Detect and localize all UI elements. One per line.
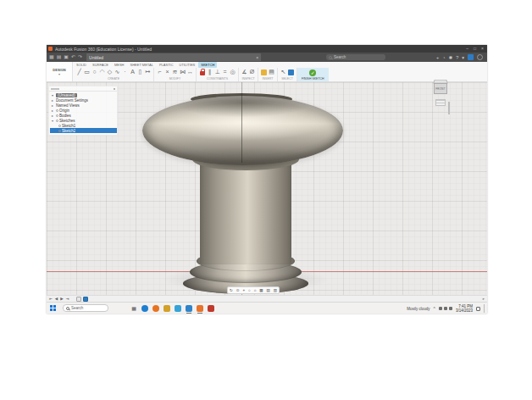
ribbon-tab-utilities[interactable]: UTILITIES [177, 62, 198, 68]
help-icon[interactable]: ? [456, 55, 458, 60]
project-tool-icon[interactable]: ↦ [145, 68, 151, 76]
network-tray-icon[interactable] [444, 307, 447, 310]
close-button[interactable]: × [481, 45, 484, 53]
notification-center-icon[interactable] [476, 307, 480, 311]
acrobat-icon[interactable] [208, 305, 214, 312]
data-panel-icon[interactable]: ▦ [49, 53, 54, 62]
fit-icon[interactable]: ⌂ [254, 287, 257, 293]
firefox-icon[interactable] [152, 305, 159, 312]
view-cube-front-face[interactable]: FRONT [434, 83, 447, 94]
line-tool-icon[interactable]: ╱ [76, 68, 82, 76]
visibility-eye-icon[interactable] [56, 119, 58, 122]
concentric-constraint-icon[interactable]: ◎ [230, 68, 236, 76]
play-icon[interactable]: ▶ [60, 296, 63, 302]
profile-avatar[interactable] [468, 54, 474, 60]
workspace-selector[interactable]: DESIGN ▾ [47, 62, 73, 81]
tree-arrow-icon[interactable]: ▸ [52, 98, 55, 103]
orbit-icon[interactable]: ↻ [230, 287, 233, 293]
spline-tool-icon[interactable]: ∿ [114, 68, 120, 76]
ribbon-tab-surface[interactable]: SURFACE [90, 62, 111, 68]
parallel-constraint-icon[interactable]: ∥ [207, 68, 213, 76]
taskbar-search-box[interactable]: Search [63, 304, 108, 312]
visibility-eye-icon[interactable] [58, 125, 61, 127]
knob-cap-body[interactable] [142, 96, 343, 165]
finish-sketch-button[interactable]: ✓FINISH SKETCH [297, 68, 329, 81]
insert-image-icon[interactable] [261, 69, 267, 75]
equal-constraint-icon[interactable]: = [222, 68, 228, 76]
file-explorer-icon[interactable] [163, 305, 170, 312]
slot-tool-icon[interactable]: ▯ [137, 68, 143, 76]
section-analysis-icon[interactable]: Ø [249, 68, 255, 76]
look-at-icon[interactable]: ⊙ [236, 287, 240, 293]
step-back-icon[interactable]: ◀ [55, 296, 58, 302]
perpendicular-constraint-icon[interactable]: ⊥ [214, 68, 220, 76]
minimize-button[interactable]: – [466, 45, 468, 53]
profile-menu-icon[interactable]: ▾ [462, 55, 464, 60]
volume-tray-icon[interactable] [449, 307, 452, 310]
redo-icon[interactable]: ↷ [78, 53, 82, 62]
view-cube[interactable]: FRONT [432, 79, 451, 99]
timeline-feature-sketch2-icon[interactable] [83, 297, 88, 302]
edge-browser-icon[interactable] [141, 305, 148, 312]
tree-arrow-icon[interactable]: ▾ [52, 93, 55, 97]
knob-stem-cylinder[interactable] [200, 158, 291, 264]
viewcube-options-widget[interactable] [435, 99, 446, 106]
ribbon-tab-solid[interactable]: SOLID [74, 62, 89, 68]
ribbon-tab-sketch[interactable]: SKETCH [198, 62, 217, 68]
ribbon-tab-mesh[interactable]: MESH [112, 62, 127, 68]
circle-tool-icon[interactable]: ○ [91, 68, 97, 76]
offset-tool-icon[interactable]: ≋ [172, 68, 178, 76]
visibility-eye-icon[interactable] [56, 114, 58, 117]
task-view-icon[interactable]: ▦ [130, 305, 137, 312]
sketch-dimension-icon[interactable]: ↔ [187, 68, 193, 76]
tree-arrow-icon[interactable]: ▸ [52, 103, 55, 108]
go-to-start-icon[interactable]: ⇤ [49, 296, 53, 302]
file-menu-icon[interactable]: ▤ [57, 53, 62, 62]
start-button[interactable] [50, 305, 56, 311]
rectangle-tool-icon[interactable]: ▭ [84, 68, 90, 76]
browser-item-sketch2[interactable]: Sketch2 [50, 128, 117, 133]
extensions-icon[interactable]: + [436, 55, 439, 60]
mirror-tool-icon[interactable]: ⋈ [180, 68, 186, 76]
taskbar-clock[interactable]: 7:41 PM 3/14/2023 [456, 304, 473, 313]
tree-arrow-icon[interactable]: ▸ [52, 108, 55, 113]
viewports-icon[interactable]: ▥ [274, 287, 277, 293]
insert-dxf-icon[interactable]: ▤ [269, 68, 274, 76]
ribbon-tab-sheet-metal[interactable]: SHEET METAL [127, 62, 155, 68]
panel-options-icon[interactable] [114, 88, 115, 90]
measure-tool-icon[interactable]: ∡ [241, 68, 247, 76]
fusion-360-icon[interactable] [186, 305, 192, 312]
polygon-tool-icon[interactable]: ◇ [107, 68, 113, 76]
visibility-eye-icon[interactable] [56, 109, 58, 112]
autodesk-app-icon[interactable] [197, 305, 203, 312]
selection-filter-icon[interactable] [288, 69, 294, 75]
weather-widget[interactable]: Mostly cloudy [407, 307, 429, 311]
select-tool-icon[interactable]: ↖ [280, 68, 286, 76]
zoom-icon[interactable]: ○ [248, 287, 251, 293]
tab-close-icon[interactable]: × [256, 55, 258, 60]
hidden-icons-chevron[interactable]: ^ [434, 306, 435, 311]
job-status-icon[interactable]: ◔ [442, 55, 445, 60]
account-circle-icon[interactable] [477, 54, 483, 60]
mail-icon[interactable] [175, 305, 181, 312]
save-icon[interactable]: ▣ [64, 53, 69, 62]
arc-tool-icon[interactable]: ◠ [99, 68, 105, 76]
notifications-icon[interactable]: ✱ [449, 55, 453, 60]
fix-constraint-icon[interactable] [199, 69, 205, 75]
trim-tool-icon[interactable]: × [164, 68, 170, 76]
tree-arrow-icon[interactable]: ▾ [52, 119, 55, 123]
visibility-eye-icon[interactable] [58, 130, 61, 132]
step-forward-icon[interactable]: ⇥ [66, 296, 69, 302]
timeline-feature-sketch1-icon[interactable] [76, 297, 81, 302]
text-tool-icon[interactable]: A [130, 68, 136, 76]
document-tab[interactable]: Untitled × [86, 53, 261, 61]
tree-arrow-icon[interactable]: ▸ [52, 114, 55, 118]
grid-layout-icon[interactable]: ▤ [267, 287, 270, 293]
undo-icon[interactable]: ↶ [71, 53, 75, 62]
point-tool-icon[interactable]: · [122, 68, 128, 76]
display-settings-icon[interactable]: ▦ [259, 287, 263, 293]
restore-button[interactable]: □ [474, 45, 476, 53]
app-search-box[interactable]: Search [326, 54, 385, 60]
fillet-tool-icon[interactable]: ⌐ [157, 68, 163, 76]
show-desktop-button[interactable] [484, 304, 485, 313]
